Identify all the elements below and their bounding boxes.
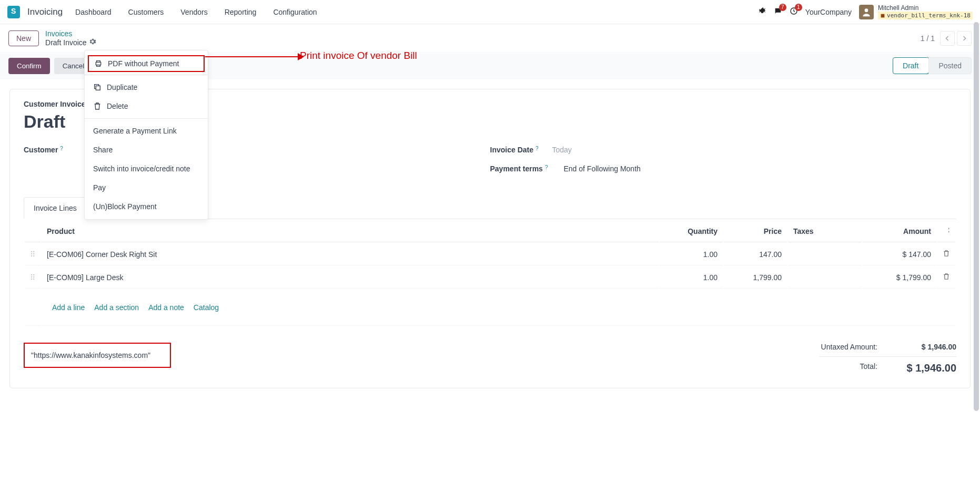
help-icon[interactable]: ? bbox=[60, 146, 63, 151]
value-invoice-date[interactable]: Today bbox=[552, 146, 572, 154]
new-button[interactable]: New bbox=[8, 30, 39, 46]
help-icon[interactable]: ? bbox=[545, 164, 548, 170]
cell-qty[interactable]: 1.00 bbox=[660, 243, 723, 265]
user-menu[interactable]: Mitchell Admin vendor_bill_terms_knk-18 bbox=[859, 4, 973, 20]
terms-box[interactable]: "https://www.kanakinfosystems.com" bbox=[24, 343, 171, 368]
messages-badge: 7 bbox=[779, 4, 786, 11]
value-payment-terms[interactable]: End of Following Month bbox=[564, 164, 641, 173]
messages-icon[interactable]: 7 bbox=[774, 7, 782, 17]
scrollbar[interactable] bbox=[974, 0, 979, 398]
avatar bbox=[859, 5, 874, 19]
nav-reporting[interactable]: Reporting bbox=[225, 8, 257, 16]
columns-config-icon[interactable] bbox=[937, 220, 955, 242]
nav-dashboard[interactable]: Dashboard bbox=[75, 8, 112, 16]
menu-share[interactable]: Share bbox=[85, 140, 208, 159]
help-icon[interactable]: ? bbox=[536, 146, 539, 151]
gear-icon[interactable] bbox=[89, 38, 96, 47]
app-logo[interactable] bbox=[7, 6, 20, 18]
cell-product[interactable]: [E-COM09] Large Desk bbox=[42, 266, 659, 289]
untaxed-value: $ 1,946.00 bbox=[898, 343, 956, 351]
breadcrumb-bar: New Invoices Draft Invoice 1 / 1 bbox=[0, 24, 980, 52]
total-label: Total: bbox=[860, 362, 877, 374]
menu-duplicate[interactable]: Duplicate bbox=[85, 78, 208, 97]
breadcrumb-parent[interactable]: Invoices bbox=[45, 29, 72, 38]
pager-prev[interactable] bbox=[940, 31, 955, 46]
delete-row-icon[interactable] bbox=[937, 243, 955, 265]
delete-row-icon[interactable] bbox=[937, 266, 955, 289]
col-price[interactable]: Price bbox=[724, 220, 787, 242]
menu-delete[interactable]: Delete bbox=[85, 97, 208, 116]
drag-handle-icon[interactable]: ⠿ bbox=[25, 243, 41, 265]
add-note[interactable]: Add a note bbox=[148, 303, 184, 312]
status-bar: Draft Posted bbox=[893, 57, 972, 74]
col-quantity[interactable]: Quantity bbox=[660, 220, 723, 242]
menu-block-payment[interactable]: (Un)Block Payment bbox=[85, 197, 208, 216]
menu-pay[interactable]: Pay bbox=[85, 178, 208, 197]
menu-payment-link[interactable]: Generate a Payment Link bbox=[85, 121, 208, 140]
breadcrumb-current: Draft Invoice bbox=[45, 38, 87, 47]
menu-pdf-without-payment[interactable]: PDF without Payment bbox=[88, 55, 205, 72]
cell-price[interactable]: 1,799.00 bbox=[724, 266, 787, 289]
activities-badge: 1 bbox=[795, 4, 802, 11]
cell-product[interactable]: [E-COM06] Corner Desk Right Sit bbox=[42, 243, 659, 265]
studio-tag: vendor_bill_terms_knk-18 bbox=[878, 12, 973, 19]
cell-amount: $ 147.00 bbox=[863, 243, 936, 265]
col-taxes[interactable]: Taxes bbox=[788, 220, 862, 242]
cell-price[interactable]: 147.00 bbox=[724, 243, 787, 265]
app-name[interactable]: Invoicing bbox=[27, 7, 63, 17]
company-selector[interactable]: YourCompany bbox=[805, 8, 852, 16]
bug-icon[interactable] bbox=[758, 7, 766, 17]
svg-rect-3 bbox=[96, 62, 100, 65]
cell-taxes[interactable] bbox=[788, 266, 862, 289]
status-posted[interactable]: Posted bbox=[928, 57, 972, 74]
annotation-text: Print invoice Of vendor Bill bbox=[300, 50, 417, 61]
totals: Untaxed Amount: $ 1,946.00 Total: $ 1,94… bbox=[820, 343, 956, 374]
label-invoice-date: Invoice Date bbox=[490, 146, 533, 154]
svg-rect-4 bbox=[96, 86, 100, 90]
table-row[interactable]: ⠿ [E-COM09] Large Desk 1.00 1,799.00 $ 1… bbox=[25, 266, 955, 289]
menu-switch[interactable]: Switch into invoice/credit note bbox=[85, 159, 208, 178]
tab-invoice-lines[interactable]: Invoice Lines bbox=[24, 197, 87, 219]
nav-customers[interactable]: Customers bbox=[128, 8, 164, 16]
pager-text: 1 / 1 bbox=[921, 34, 935, 43]
untaxed-label: Untaxed Amount: bbox=[821, 343, 877, 351]
catalog[interactable]: Catalog bbox=[194, 303, 219, 312]
cell-taxes[interactable] bbox=[788, 243, 862, 265]
svg-rect-2 bbox=[881, 14, 885, 17]
status-draft[interactable]: Draft bbox=[893, 57, 928, 74]
nav-links: Dashboard Customers Vendors Reporting Co… bbox=[75, 8, 317, 16]
cell-qty[interactable]: 1.00 bbox=[660, 266, 723, 289]
confirm-button[interactable]: Confirm bbox=[8, 58, 50, 74]
top-navbar: Invoicing Dashboard Customers Vendors Re… bbox=[0, 0, 980, 24]
annotation-arrow bbox=[205, 56, 300, 57]
user-name: Mitchell Admin bbox=[878, 4, 973, 12]
svg-point-1 bbox=[865, 8, 868, 12]
breadcrumb: Invoices Draft Invoice bbox=[45, 29, 96, 47]
pager-next[interactable] bbox=[957, 31, 972, 46]
gear-dropdown: PDF without Payment Duplicate Delete Gen… bbox=[84, 50, 208, 220]
nav-vendors[interactable]: Vendors bbox=[180, 8, 207, 16]
label-customer: Customer bbox=[24, 146, 58, 154]
drag-handle-icon[interactable]: ⠿ bbox=[25, 266, 41, 289]
scrollbar-thumb[interactable] bbox=[974, 22, 979, 398]
total-value: $ 1,946.00 bbox=[898, 362, 956, 374]
table-row[interactable]: ⠿ [E-COM06] Corner Desk Right Sit 1.00 1… bbox=[25, 243, 955, 265]
col-product[interactable]: Product bbox=[42, 220, 659, 242]
invoice-lines-table: Product Quantity Price Taxes Amount ⠿ [E… bbox=[24, 219, 956, 327]
add-section[interactable]: Add a section bbox=[94, 303, 139, 312]
label-payment-terms: Payment terms bbox=[490, 164, 543, 173]
activities-icon[interactable]: 1 bbox=[790, 7, 798, 17]
col-amount[interactable]: Amount bbox=[863, 220, 936, 242]
nav-configuration[interactable]: Configuration bbox=[273, 8, 317, 16]
cell-amount: $ 1,799.00 bbox=[863, 266, 936, 289]
add-line[interactable]: Add a line bbox=[52, 303, 85, 312]
